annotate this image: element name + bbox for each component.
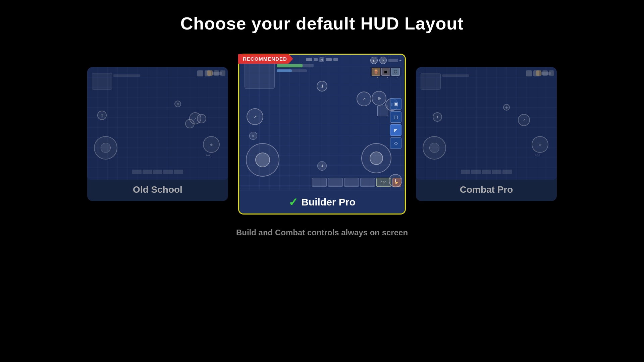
recommended-badge: RECOMMENDED xyxy=(238,54,293,64)
hud-bottom-right-action: ⬆ xyxy=(389,174,402,187)
builder-pro-card-bottom: ✓ Builder Pro xyxy=(239,190,405,214)
hud-top-right-icons: ◐ ⚙ ≡ xyxy=(370,57,401,64)
hud-menu-icon: ≡ xyxy=(399,58,401,62)
status-bars-4 xyxy=(333,58,338,61)
slot-3 xyxy=(344,178,359,187)
hud-right-joystick-inner xyxy=(370,152,383,165)
layout-selector: ⊕ ↗ ⬆ ⊕ 0:00 xyxy=(0,54,644,215)
hud-build-pieces: ▣ ◫ ◤ ◇ xyxy=(390,98,401,149)
builder-pro-hud-area: N ◐ ⚙ ≡ 🪵 ◼ ⬡ xyxy=(239,55,405,190)
slot-1 xyxy=(312,178,327,187)
os-tr-icon-2 xyxy=(214,70,219,76)
os-health-box xyxy=(92,73,112,90)
hud-map-icon: ◐ xyxy=(370,57,378,64)
cp-tr-icon-1 xyxy=(536,70,541,76)
hud-build-indicator xyxy=(377,106,388,116)
status-bars-3 xyxy=(326,58,332,61)
hud-materials: 🪵 ◼ ⬡ xyxy=(370,67,401,77)
hud-settings-icon: ⚙ xyxy=(379,57,387,64)
build-wall-btn: ▣ xyxy=(390,98,401,110)
cp-bottom-bar xyxy=(461,170,512,174)
os-slot-4 xyxy=(163,170,173,174)
os-icon-1 xyxy=(197,70,203,76)
os-slot-2 xyxy=(143,170,152,174)
hud-shield-bar xyxy=(277,69,307,72)
os-tr-icon-1 xyxy=(207,70,213,76)
builder-pro-selected-label: ✓ Builder Pro xyxy=(288,195,356,209)
hud-status-bar: N xyxy=(306,57,338,62)
health-fill xyxy=(277,64,303,67)
cp-shoot-btn: ↗ xyxy=(518,114,530,126)
cp-slot-2 xyxy=(471,170,481,174)
cp-health-box xyxy=(421,73,441,90)
brick-count: • xyxy=(383,76,392,79)
build-floor-btn: ◫ xyxy=(390,111,401,123)
os-build-2 xyxy=(197,114,206,123)
hud-crosshair-btn: ⊕ xyxy=(372,91,386,106)
hud-material-counts: • • • xyxy=(373,76,401,79)
cp-left-joystick xyxy=(423,136,446,160)
old-school-label: Old School xyxy=(87,180,228,201)
cp-interact: ⊕ xyxy=(503,104,510,111)
material-brick: ◼ xyxy=(381,68,390,76)
old-school-hud-preview: ⊕ ↗ ⬆ ⊕ 0:00 xyxy=(87,67,228,180)
status-n: N xyxy=(319,57,324,62)
os-timer: 0:00 xyxy=(206,154,211,157)
hud-item-bar: ▶ xyxy=(312,178,401,187)
status-bars xyxy=(306,58,312,61)
hud-right-joystick xyxy=(361,143,391,173)
os-right-joystick: ⊕ xyxy=(203,136,220,153)
cp-aim-btn: ⊕ xyxy=(532,136,548,153)
hud-sprint-btn: ⬇ xyxy=(317,81,327,92)
cp-slot-1 xyxy=(461,170,470,174)
os-slot-3 xyxy=(153,170,162,174)
os-sprint-btn: ⬆ xyxy=(97,111,107,120)
slot-2 xyxy=(328,178,343,187)
combat-pro-label: Combat Pro xyxy=(416,180,557,201)
combat-pro-hud-preview: ⊕ ↗ ⬆ ⊕ 9:00 xyxy=(416,67,557,180)
cp-top-right-icons xyxy=(536,70,554,76)
material-wood: 🪵 xyxy=(372,68,380,76)
hud-pickup-btn: ⬇ xyxy=(317,161,327,171)
hud-health-bar xyxy=(277,64,314,67)
page-title: Choose your default HUD Layout xyxy=(180,13,464,34)
os-top-right-icons xyxy=(207,70,225,76)
build-roof-btn: ◇ xyxy=(390,137,401,149)
cp-slot-5 xyxy=(502,170,512,174)
cp-sprint-btn: ⬆ xyxy=(433,112,442,122)
layout-card-builder-pro[interactable]: RECOMMENDED N ◐ ⚙ ≡ xyxy=(238,54,406,215)
selected-checkmark: ✓ xyxy=(288,195,298,209)
cp-icon-1 xyxy=(526,70,532,76)
hud-left-joystick-inner xyxy=(255,153,270,167)
wood-count: • xyxy=(373,76,382,79)
build-ramp-btn: ◤ xyxy=(390,124,401,136)
status-bars-2 xyxy=(314,58,318,61)
shield-fill xyxy=(277,69,292,72)
os-bottom-bar xyxy=(132,170,183,174)
hud-timer: 0:00 xyxy=(380,181,386,184)
material-metal: ⬡ xyxy=(391,68,400,76)
cp-health-bar xyxy=(442,74,469,77)
layout-card-old-school[interactable]: ⊕ ↗ ⬆ ⊕ 0:00 xyxy=(87,67,228,201)
builder-pro-hud: N ◐ ⚙ ≡ 🪵 ◼ ⬡ xyxy=(239,55,405,190)
cp-timer: 9:00 xyxy=(535,154,540,157)
metal-count: • xyxy=(393,76,401,79)
hud-left-joystick xyxy=(246,143,279,177)
hud-menu-bar xyxy=(388,59,398,62)
os-tr-icon-3 xyxy=(220,70,225,76)
slot-4 xyxy=(360,178,375,187)
bottom-description: Build and Combat controls always on scre… xyxy=(236,228,408,237)
cp-slot-4 xyxy=(492,170,501,174)
os-left-joystick xyxy=(94,136,117,160)
builder-pro-label: Builder Pro xyxy=(301,196,356,208)
layout-card-combat-pro[interactable]: ⊕ ↗ ⬆ ⊕ 9:00 Combat Pro xyxy=(416,67,557,201)
cp-slot-3 xyxy=(482,170,491,174)
cp-tr-icon-3 xyxy=(549,70,554,76)
os-build-1 xyxy=(185,119,195,128)
os-health-bar xyxy=(113,74,140,77)
cp-tr-icon-2 xyxy=(542,70,548,76)
hud-health-box xyxy=(245,61,275,89)
hud-rebuild-btn: ↺ xyxy=(249,132,257,140)
os-slot-5 xyxy=(174,170,183,174)
hud-shoot-left-btn: ↗ xyxy=(247,108,263,125)
